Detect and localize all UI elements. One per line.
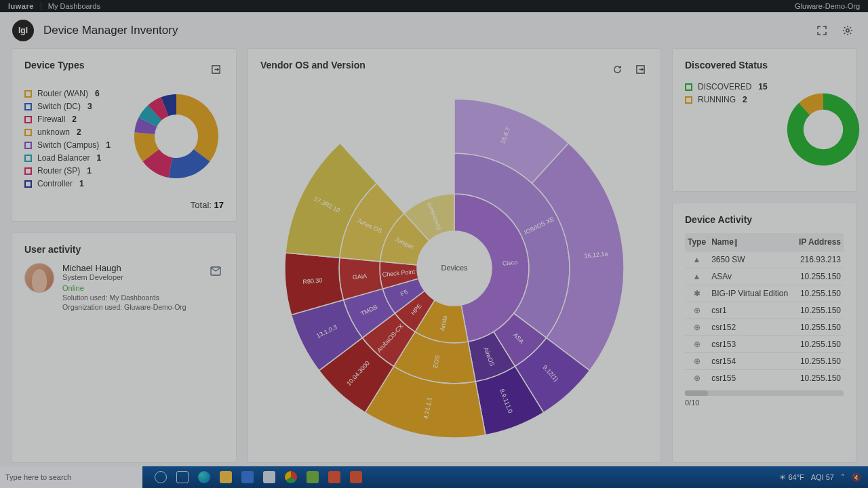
type-icon: ⊕ [685, 336, 709, 353]
horizontal-scrollbar[interactable] [685, 390, 844, 396]
breadcrumb[interactable]: My Dashboards [48, 2, 100, 10]
user-status: Online [62, 284, 199, 292]
page-header: lgl Device Manager Inventory [0, 12, 868, 49]
avatar [24, 263, 54, 293]
discovered-status-card: Discovered Status DISCOVERED 15RUNNING 2 [673, 49, 856, 191]
tray-chevron-icon[interactable]: ˄ [841, 473, 845, 482]
type-icon: ⊕ [685, 319, 709, 336]
legend-item[interactable]: Switch (Campus) 1 [24, 140, 122, 150]
org-label[interactable]: Gluware-Demo-Org [795, 2, 860, 10]
device-types-total: Total: 17 [24, 200, 224, 210]
legend-item[interactable]: DISCOVERED 15 [685, 82, 777, 92]
svg-text:GAiA: GAiA [353, 272, 368, 281]
page-title: Device Manager Inventory [43, 24, 178, 37]
app-icon-5[interactable] [350, 471, 362, 483]
legend-item[interactable]: Firewall 2 [24, 115, 122, 124]
device-activity-card: Device Activity Type Name▌ IP Address ▲3… [673, 203, 856, 462]
table-row[interactable]: ✱BIG-IP Virtual Edition10.255.150 [685, 285, 844, 302]
device-types-title: Device Types [24, 60, 84, 70]
chrome-icon[interactable] [285, 471, 297, 483]
user-meta-1: Solution used: My Dashboards [62, 293, 199, 302]
user-activity-title: User activity [24, 244, 224, 255]
table-row[interactable]: ⊕csr15510.255.150 [685, 370, 844, 387]
discovered-title: Discovered Status [685, 60, 844, 70]
brand-label: luware [8, 2, 34, 10]
explorer-icon[interactable] [220, 471, 232, 483]
top-nav: luware My Dashboards Gluware-Demo-Org [0, 0, 868, 12]
svg-text:Devices: Devices [441, 264, 468, 272]
table-row[interactable]: ⊕csr15410.255.150 [685, 353, 844, 370]
svg-point-0 [846, 29, 849, 32]
windows-taskbar[interactable]: Type here to search ☀ 64°F AQI 57 ˄ 🔇 [0, 466, 868, 488]
app-icon-2[interactable] [263, 471, 275, 483]
divider [41, 2, 41, 10]
legend-item[interactable]: Controller 1 [24, 179, 122, 188]
weather-widget[interactable]: ☀ 64°F [779, 473, 804, 482]
taskview-icon[interactable] [176, 471, 189, 483]
table-row[interactable]: ⊕csr110.255.150 [685, 302, 844, 319]
type-icon: ⊕ [685, 370, 709, 387]
device-types-card: Device Types Router (WAN) 6Switch (DC) 3… [12, 49, 236, 221]
type-icon: ▲ [685, 268, 709, 285]
col-ip[interactable]: IP Address [794, 233, 844, 251]
legend-item[interactable]: Router (SP) 1 [24, 166, 122, 176]
table-row[interactable]: ▲ASAv10.255.150 [685, 268, 844, 285]
export-icon[interactable] [208, 61, 224, 77]
col-name[interactable]: Name▌ [709, 233, 794, 251]
legend-item[interactable]: Load Balancer 1 [24, 153, 122, 163]
legend-item[interactable]: Router (WAN) 6 [24, 89, 122, 98]
cortana-icon[interactable] [155, 471, 167, 483]
type-icon: ⊕ [685, 302, 709, 319]
type-icon: ⊕ [685, 353, 709, 370]
table-row[interactable]: ⊕csr15210.255.150 [685, 319, 844, 336]
vendor-os-title: Vendor OS and Version [260, 60, 366, 70]
col-type[interactable]: Type [685, 233, 709, 251]
tray-volume-icon[interactable]: 🔇 [852, 473, 861, 482]
device-activity-title: Device Activity [685, 214, 844, 225]
legend-item[interactable]: RUNNING 2 [685, 95, 777, 104]
app-icon-1[interactable] [241, 471, 254, 483]
vendor-sunburst[interactable]: CiscoAristaHPEF5Check PointJuniper(unkno… [278, 92, 631, 445]
legend-item[interactable]: Switch (DC) 3 [24, 102, 122, 111]
mail-icon[interactable] [208, 263, 224, 279]
type-icon: ✱ [685, 285, 709, 302]
vendor-os-card: Vendor OS and Version CiscoAristaHPEF5Ch… [248, 49, 660, 462]
discovered-donut[interactable] [783, 79, 864, 180]
pager: 0/10 [685, 399, 844, 407]
user-meta-2: Organization used: Gluware-Demo-Org [62, 303, 199, 311]
device-activity-table: Type Name▌ IP Address ▲3650 SW216.93.213… [685, 233, 844, 386]
gear-icon[interactable] [840, 22, 856, 39]
user-name: Michael Haugh [62, 263, 199, 273]
app-icon-4[interactable] [328, 471, 340, 483]
type-icon: ▲ [685, 251, 709, 268]
svg-text:Cisco: Cisco [502, 259, 517, 267]
taskbar-search[interactable]: Type here to search [0, 466, 142, 488]
table-row[interactable]: ▲3650 SW216.93.213 [685, 251, 844, 268]
user-activity-card: User activity Michael Haugh System Devel… [12, 233, 236, 462]
aqi-widget[interactable]: AQI 57 [811, 473, 834, 481]
fullscreen-icon[interactable] [814, 22, 830, 39]
legend-item[interactable]: unknown 2 [24, 127, 122, 137]
table-row[interactable]: ⊕csr15310.255.150 [685, 336, 844, 353]
export-icon[interactable] [632, 61, 648, 77]
user-role: System Developer [62, 273, 199, 281]
refresh-icon[interactable] [609, 61, 625, 77]
edge-icon[interactable] [198, 471, 210, 483]
device-types-donut[interactable] [129, 85, 224, 187]
page-logo: lgl [12, 20, 34, 41]
app-icon-3[interactable] [307, 471, 319, 483]
